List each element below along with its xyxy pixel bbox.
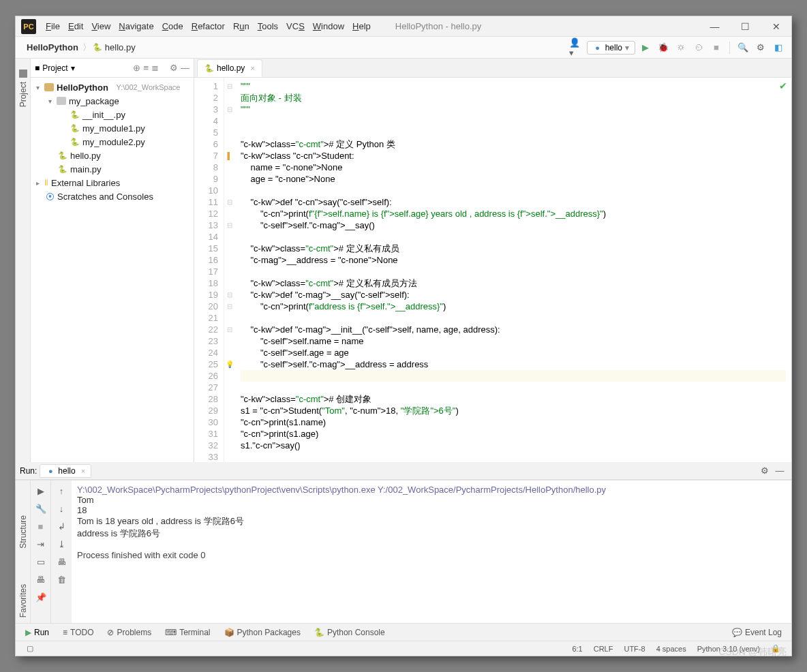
debug-button[interactable]: 🐞: [656, 40, 671, 55]
breadcrumb-file[interactable]: hello.py: [102, 42, 138, 52]
menu-code[interactable]: Code: [158, 21, 187, 31]
run-config-selector[interactable]: ● hello ▾: [587, 41, 635, 55]
console-exit: Process finished with exit code 0: [77, 550, 786, 560]
user-icon[interactable]: 👤▾: [569, 40, 584, 55]
search-everywhere-button[interactable]: 🔍: [735, 40, 750, 55]
menu-file[interactable]: File: [42, 21, 64, 31]
chevron-right-icon: 〉: [81, 42, 93, 54]
profile-button[interactable]: ⏲: [691, 40, 706, 55]
status-encoding[interactable]: UTF-8: [618, 645, 650, 653]
run-settings-icon[interactable]: ⚙: [757, 463, 772, 478]
editor-tabs: 🐍 hello.py ×: [194, 59, 791, 78]
favorites-stripe-label[interactable]: Favorites: [18, 584, 28, 617]
project-panel: ■ Project ▾ ⊕ ≡ ≣ ⚙ — ▾HelloPython Y:\00…: [31, 59, 194, 462]
layout-icon[interactable]: ▭: [35, 555, 47, 568]
code-area[interactable]: ✔ 12345678910111213141516171819202122232…: [194, 78, 791, 462]
menu-window[interactable]: Window: [309, 21, 348, 31]
run-toolbar: ▶ 🔧 ■ ⇥ ▭ 🖶 📌: [31, 480, 51, 623]
tree-file[interactable]: 🐍my_module1.py: [31, 121, 194, 135]
menu-vcs[interactable]: VCS: [282, 21, 309, 31]
filter-icon[interactable]: ⇥: [35, 538, 47, 550]
tree-scratches[interactable]: ⦿Scratches and Consoles: [31, 189, 194, 203]
maximize-button[interactable]: ☐: [730, 16, 761, 37]
run-button[interactable]: ▶: [638, 40, 653, 55]
structure-stripe-label[interactable]: Structure: [18, 515, 28, 549]
tab-todo[interactable]: ≡TODO: [56, 628, 100, 637]
menu-navigate[interactable]: Navigate: [115, 21, 157, 31]
tree-file[interactable]: 🐍__init__.py: [31, 108, 194, 121]
watermark: CSDN @韩曙亮: [718, 646, 787, 658]
wrench-icon[interactable]: 🔧: [35, 502, 47, 515]
menu-run[interactable]: Run: [229, 21, 254, 31]
tree-file[interactable]: 🐍hello.py: [31, 149, 194, 162]
hide-icon[interactable]: —: [181, 63, 189, 73]
status-caret-pos[interactable]: 6:1: [566, 645, 588, 653]
soft-wrap-icon[interactable]: ↲: [55, 520, 67, 532]
down-icon[interactable]: ↓: [55, 502, 67, 515]
tree-extlib[interactable]: ▸⫴External Libraries: [31, 176, 194, 189]
bottom-tool-tabs: ▶Run ≡TODO ⊘Problems ⌨Terminal 📦Python P…: [16, 623, 791, 641]
tab-python-packages[interactable]: 📦Python Packages: [217, 628, 307, 637]
menu-tools[interactable]: Tools: [254, 21, 282, 31]
print-icon[interactable]: 🖶: [35, 573, 47, 585]
breadcrumb-root[interactable]: HelloPython: [24, 42, 81, 52]
tree-file[interactable]: 🐍main.py: [31, 162, 194, 176]
trash-icon[interactable]: 🗑: [55, 573, 67, 585]
gutter: 1234567891011121314151617181920212223242…: [194, 78, 224, 462]
close-run-tab-icon[interactable]: ×: [81, 467, 85, 475]
tab-event-log[interactable]: 💬Event Log: [725, 628, 789, 637]
tree-file[interactable]: 🐍my_module2.py: [31, 135, 194, 149]
menu-edit[interactable]: Edit: [64, 21, 87, 31]
tree-root[interactable]: ▾HelloPython Y:\002_WorkSpace: [31, 80, 194, 94]
tree-pkg[interactable]: ▾my_package: [31, 94, 194, 108]
editor-tab-hello[interactable]: 🐍 hello.py ×: [197, 59, 262, 77]
project-view-selector[interactable]: ■ Project ▾: [35, 63, 75, 73]
close-tab-icon[interactable]: ×: [250, 64, 254, 72]
run-tab-label: hello: [58, 466, 75, 476]
menu-view[interactable]: View: [87, 21, 115, 31]
menu-help[interactable]: Help: [348, 21, 375, 31]
status-line-sep[interactable]: CRLF: [588, 645, 619, 653]
console-line: Tom is 18 years old , address is 学院路6号: [77, 515, 786, 528]
tab-problems[interactable]: ⊘Problems: [100, 628, 158, 637]
tab-terminal[interactable]: ⌨Terminal: [158, 628, 217, 637]
project-tool-icon[interactable]: [19, 70, 27, 78]
pin-icon[interactable]: 📌: [35, 591, 47, 603]
tab-python-console[interactable]: 🐍Python Console: [307, 628, 392, 637]
stop-button[interactable]: ■: [709, 40, 724, 55]
app-icon: PC: [21, 19, 36, 34]
collapse-all-icon[interactable]: ≣: [151, 63, 159, 73]
settings-button[interactable]: ⚙: [753, 40, 768, 55]
code-content[interactable]: """面向对象 - 封装""""c-kw">class="c-cmt"># 定义…: [235, 78, 791, 462]
gear-icon[interactable]: ⚙: [170, 63, 178, 73]
scroll-icon[interactable]: ⤓: [55, 538, 67, 550]
tab-run[interactable]: ▶Run: [18, 628, 56, 637]
rerun-button[interactable]: ▶: [35, 485, 47, 497]
up-icon[interactable]: ↑: [55, 485, 67, 497]
run-tab[interactable]: ● hello ×: [40, 464, 91, 478]
window-title: HelloPython - hello.py: [375, 21, 699, 31]
editor: 🐍 hello.py × ✔ 1234567891011121314151617…: [194, 59, 791, 462]
coverage-button[interactable]: ⛭: [673, 40, 688, 55]
gutter-marks: ⊟⊟▌⊟⊟⊟⊟⊟💡: [224, 78, 235, 462]
minimize-button[interactable]: —: [699, 16, 730, 37]
left-stripe: Project: [16, 59, 31, 462]
locate-icon[interactable]: ⊕: [133, 63, 140, 73]
status-tool-windows-icon[interactable]: ▢: [21, 644, 39, 653]
project-stripe-label[interactable]: Project: [18, 82, 28, 107]
menu-refactor[interactable]: Refactor: [187, 21, 229, 31]
console-output[interactable]: Y:\002_WorkSpace\PycharmProjects\pythonP…: [72, 480, 791, 623]
status-indent[interactable]: 4 spaces: [651, 645, 692, 653]
close-button[interactable]: ✕: [761, 16, 791, 37]
stop-icon[interactable]: ■: [35, 520, 47, 532]
analysis-ok-icon: ✔: [779, 80, 787, 91]
run-hide-icon[interactable]: —: [772, 463, 787, 478]
editor-tab-label: hello.py: [217, 63, 245, 73]
python-icon: ●: [593, 43, 603, 52]
console-line: address is 学院路6号: [77, 528, 786, 540]
python-file-icon: 🐍: [93, 43, 102, 52]
status-bar: ▢ 6:1 CRLF UTF-8 4 spaces Python 3.10 (v…: [16, 641, 791, 656]
expand-all-icon[interactable]: ≡: [143, 63, 149, 73]
toolbox-icon[interactable]: ◧: [771, 40, 786, 55]
clear-icon[interactable]: 🖶: [55, 555, 67, 568]
